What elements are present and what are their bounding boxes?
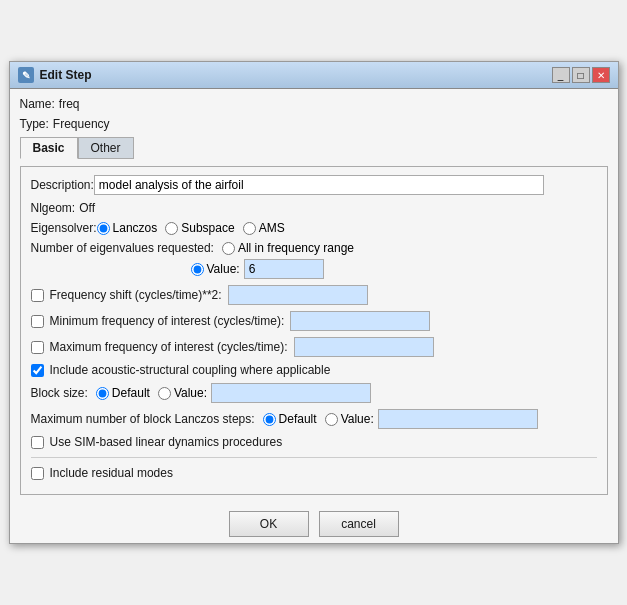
name-row: Name: freq <box>20 97 608 111</box>
bottom-buttons: OK cancel <box>10 503 618 543</box>
divider <box>31 457 597 458</box>
residual-modes-checkbox[interactable] <box>31 467 44 480</box>
residual-modes-label: Include residual modes <box>50 466 173 480</box>
eigenvalues-section: Number of eigenvalues requested: All in … <box>31 241 597 279</box>
eigenvalues-label: Number of eigenvalues requested: <box>31 241 214 255</box>
frequency-shift-input[interactable] <box>228 285 368 305</box>
min-frequency-row: Minimum frequency of interest (cycles/ti… <box>31 311 597 331</box>
maximize-button[interactable]: □ <box>572 67 590 83</box>
type-value: Frequency <box>53 117 110 131</box>
acoustic-coupling-row: Include acoustic-structural coupling whe… <box>31 363 597 377</box>
description-label: Description: <box>31 178 94 192</box>
eigenvalues-row2: Value: <box>191 259 597 279</box>
eigensolver-row: Eigensolver: Lanczos Subspace AMS <box>31 221 597 235</box>
frequency-shift-checkbox[interactable] <box>31 289 44 302</box>
max-frequency-checkbox[interactable] <box>31 341 44 354</box>
sim-based-checkbox[interactable] <box>31 436 44 449</box>
dialog-body: Name: freq Type: Frequency Basic Other <box>10 89 618 503</box>
min-frequency-input[interactable] <box>290 311 430 331</box>
max-block-lanczos-row: Maximum number of block Lanczos steps: D… <box>31 409 597 429</box>
eigenvalues-all-radio[interactable]: All in frequency range <box>222 241 354 255</box>
acoustic-coupling-checkbox[interactable] <box>31 364 44 377</box>
title-controls: _ □ ✕ <box>552 67 610 83</box>
eigenvalues-value-radio[interactable]: Value: <box>191 262 240 276</box>
edit-step-dialog: ✎ Edit Step _ □ ✕ Name: freq Type: Frequ… <box>9 61 619 544</box>
minimize-button[interactable]: _ <box>552 67 570 83</box>
eigensolver-ams[interactable]: AMS <box>243 221 285 235</box>
nlgeom-value: Off <box>79 201 95 215</box>
min-frequency-label: Minimum frequency of interest (cycles/ti… <box>50 314 285 328</box>
dialog-title: Edit Step <box>40 68 92 82</box>
max-frequency-label: Maximum frequency of interest (cycles/ti… <box>50 340 288 354</box>
min-frequency-checkbox[interactable] <box>31 315 44 328</box>
dialog-icon: ✎ <box>18 67 34 83</box>
type-label: Type: <box>20 117 49 131</box>
tab-content-basic: Description: Nlgeom: Off Eigensolver: La… <box>20 166 608 495</box>
eigensolver-label: Eigensolver: <box>31 221 97 235</box>
description-input[interactable] <box>94 175 544 195</box>
max-frequency-row: Maximum frequency of interest (cycles/ti… <box>31 337 597 357</box>
tab-other[interactable]: Other <box>78 137 134 159</box>
cancel-button[interactable]: cancel <box>319 511 399 537</box>
max-lanczos-default-radio[interactable]: Default <box>263 412 317 426</box>
nlgeom-row: Nlgeom: Off <box>31 201 597 215</box>
block-size-row: Block size: Default Value: <box>31 383 597 403</box>
block-size-input[interactable] <box>211 383 371 403</box>
sim-based-row: Use SIM-based linear dynamics procedures <box>31 435 597 449</box>
name-label: Name: <box>20 97 55 111</box>
block-size-default-radio[interactable]: Default <box>96 386 150 400</box>
eigenvalues-row1: Number of eigenvalues requested: All in … <box>31 241 597 255</box>
block-size-label: Block size: <box>31 386 88 400</box>
nlgeom-label: Nlgeom: <box>31 201 76 215</box>
eigensolver-lanczos[interactable]: Lanczos <box>97 221 158 235</box>
close-button[interactable]: ✕ <box>592 67 610 83</box>
frequency-shift-row: Frequency shift (cycles/time)**2: <box>31 285 597 305</box>
tab-bar: Basic Other <box>20 137 608 159</box>
max-lanczos-input[interactable] <box>378 409 538 429</box>
frequency-shift-label: Frequency shift (cycles/time)**2: <box>50 288 222 302</box>
eigensolver-subspace[interactable]: Subspace <box>165 221 234 235</box>
acoustic-coupling-label: Include acoustic-structural coupling whe… <box>50 363 331 377</box>
max-lanczos-value-radio[interactable]: Value: <box>325 412 374 426</box>
title-bar: ✎ Edit Step _ □ ✕ <box>10 62 618 89</box>
eigenvalues-input[interactable] <box>244 259 324 279</box>
max-block-lanczos-label: Maximum number of block Lanczos steps: <box>31 412 255 426</box>
tab-basic[interactable]: Basic <box>20 137 78 159</box>
ok-button[interactable]: OK <box>229 511 309 537</box>
residual-modes-row: Include residual modes <box>31 466 597 480</box>
eigensolver-options: Lanczos Subspace AMS <box>97 221 285 235</box>
type-row: Type: Frequency <box>20 117 608 131</box>
sim-based-label: Use SIM-based linear dynamics procedures <box>50 435 283 449</box>
description-row: Description: <box>31 175 597 195</box>
name-value: freq <box>59 97 80 111</box>
max-frequency-input[interactable] <box>294 337 434 357</box>
block-size-value-radio[interactable]: Value: <box>158 386 207 400</box>
